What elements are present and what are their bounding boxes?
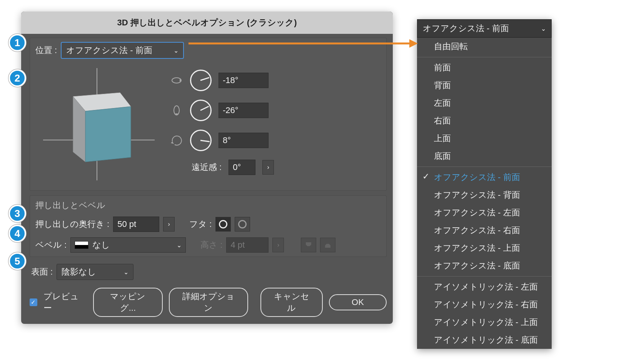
height-input (226, 237, 269, 253)
rotate-z-icon (170, 134, 183, 147)
extrude-depth-label: 押し出しの奥行き : (35, 218, 109, 230)
preview-label: プレビュー (43, 291, 87, 314)
cancel-button[interactable]: キャンセル (260, 288, 323, 317)
dropdown-header[interactable]: オフアクシス法 - 前面 ⌄ (417, 19, 552, 38)
chevron-down-icon: ⌄ (177, 242, 182, 249)
rot-x-input[interactable] (219, 73, 269, 88)
more-options-button[interactable]: 詳細オプション (169, 288, 248, 317)
ok-button[interactable]: OK (329, 294, 387, 310)
dropdown-item[interactable]: アイソメトリック法 - 左面 (417, 278, 552, 296)
rotate-y-icon (170, 104, 183, 117)
position-label: 位置 : (35, 45, 57, 56)
extrude-depth-input[interactable] (113, 217, 159, 232)
height-stepper: › (272, 238, 284, 252)
extrude-section: 押し出しとベベル 押し出しの奥行き : › フタ : ベベル : なし ⌄ (30, 195, 387, 257)
bevel-swatch-icon (75, 241, 88, 249)
rot-y-dial[interactable] (190, 100, 212, 121)
dropdown-item[interactable]: アイソメトリック法 - 上面 (417, 313, 552, 331)
cap-label: フタ : (189, 218, 212, 230)
dropdown-item[interactable]: アイソメトリック法 - 右面 (417, 296, 552, 313)
bevel-select[interactable]: なし ⌄ (70, 237, 186, 253)
dialog-3d-extrude: 3D 押し出しとベベルオプション (クラシック) 位置 : オフアクシス法 - … (21, 12, 393, 324)
dropdown-item[interactable]: オフアクシス法 - 右面 (417, 222, 552, 239)
dropdown-item[interactable]: 上面 (417, 130, 552, 147)
rot-z-dial[interactable] (190, 130, 212, 151)
bevel-out-icon (301, 238, 316, 252)
preview-checkbox[interactable]: ✓ (30, 298, 37, 306)
dropdown-item[interactable]: オフアクシス法 - 前面 (417, 168, 552, 186)
chevron-down-icon: ⌄ (174, 47, 179, 54)
rotate-x-icon (170, 74, 183, 87)
dropdown-separator (417, 276, 552, 277)
callout-1: 1 (8, 34, 26, 52)
cube-preview[interactable] (35, 61, 158, 187)
svg-marker-11 (409, 39, 418, 48)
dropdown-item[interactable]: オフアクシス法 - 左面 (417, 204, 552, 222)
perspective-label: 遠近感 : (192, 162, 222, 173)
dropdown-header-value: オフアクシス法 - 前面 (423, 23, 509, 34)
surface-select[interactable]: 陰影なし ⌄ (57, 264, 133, 280)
surface-label: 表面 : (31, 266, 53, 278)
callout-5: 5 (8, 252, 26, 270)
callout-4: 4 (8, 225, 26, 242)
dropdown-separator (417, 57, 552, 57)
bevel-select-value: なし (92, 239, 110, 251)
position-section: 位置 : オフアクシス法 - 前面 ⌄ (30, 38, 387, 191)
dropdown-item[interactable]: 底面 (417, 147, 552, 165)
cap-on-button[interactable] (215, 217, 231, 232)
annotation-arrow (189, 38, 418, 49)
dropdown-item[interactable]: 前面 (417, 59, 552, 77)
dropdown-item[interactable]: 背面 (417, 77, 552, 94)
position-dropdown-open[interactable]: オフアクシス法 - 前面 ⌄ 自由回転前面背面左面右面上面底面オフアクシス法 -… (417, 19, 552, 349)
dropdown-item[interactable]: 右面 (417, 112, 552, 130)
dropdown-item[interactable]: 自由回転 (417, 38, 552, 55)
svg-marker-4 (85, 107, 131, 162)
callout-2: 2 (8, 69, 26, 87)
height-label: 高さ : (200, 239, 222, 251)
rot-x-dial[interactable] (190, 70, 212, 91)
dropdown-item[interactable]: アイソメトリック法 - 底面 (417, 331, 552, 349)
perspective-input[interactable] (229, 160, 255, 175)
callout-3: 3 (8, 205, 26, 222)
chevron-down-icon: ⌄ (541, 25, 546, 32)
dropdown-item[interactable]: 左面 (417, 94, 552, 112)
position-select[interactable]: オフアクシス法 - 前面 ⌄ (61, 42, 184, 59)
dialog-title: 3D 押し出しとベベルオプション (クラシック) (21, 12, 393, 34)
dropdown-separator (417, 167, 552, 167)
mapping-button[interactable]: マッピング... (93, 288, 163, 317)
cap-off-button[interactable] (235, 217, 250, 232)
dropdown-item[interactable]: オフアクシス法 - 底面 (417, 257, 552, 275)
surface-select-value: 陰影なし (62, 266, 96, 278)
extrude-section-title: 押し出しとベベル (35, 200, 381, 211)
perspective-stepper[interactable]: › (262, 160, 274, 175)
dropdown-item[interactable]: オフアクシス法 - 上面 (417, 239, 552, 257)
chevron-down-icon: ⌄ (123, 268, 128, 276)
rot-z-input[interactable] (219, 133, 269, 148)
svg-marker-9 (171, 142, 174, 144)
bevel-label: ベベル : (35, 239, 67, 251)
bevel-in-icon (320, 238, 335, 252)
extrude-depth-stepper[interactable]: › (163, 217, 175, 232)
rot-y-input[interactable] (219, 103, 269, 118)
dropdown-item[interactable]: オフアクシス法 - 背面 (417, 186, 552, 204)
position-select-value: オフアクシス法 - 前面 (66, 45, 152, 56)
